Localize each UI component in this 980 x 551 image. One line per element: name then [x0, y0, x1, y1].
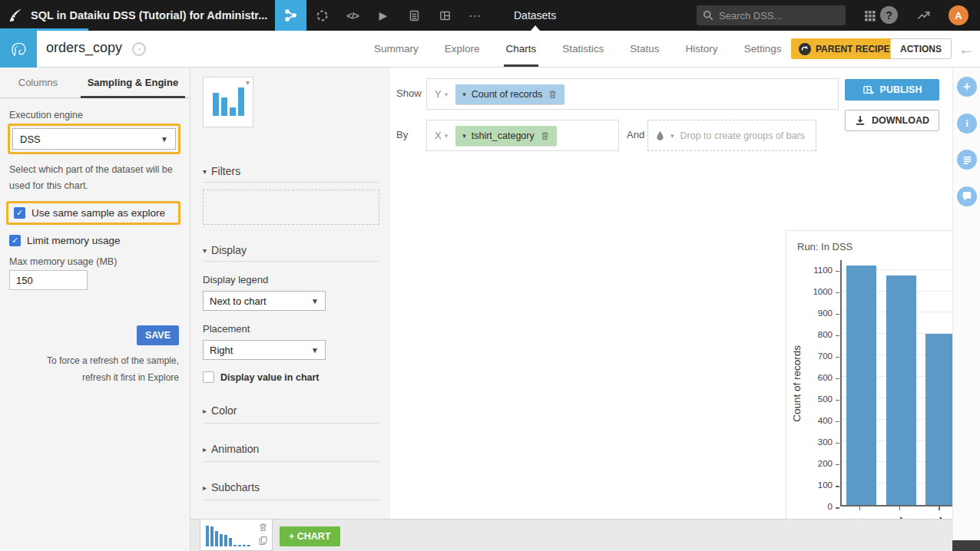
- info-icon[interactable]: i: [957, 114, 977, 134]
- placement-select[interactable]: Right ▼: [203, 340, 326, 360]
- dashboard-icon[interactable]: [429, 0, 460, 31]
- code-icon[interactable]: </>: [337, 0, 368, 31]
- nav-section-datasets[interactable]: Datasets: [508, 0, 562, 31]
- filters-section-header[interactable]: ▾ Filters: [203, 165, 379, 182]
- checkbox-unchecked-icon: [203, 371, 214, 383]
- activity-trend-icon[interactable]: [908, 0, 939, 31]
- max-memory-input[interactable]: [9, 270, 88, 290]
- recipe-arrow-icon: [799, 43, 811, 55]
- parent-recipe-button[interactable]: PARENT RECIPE: [791, 38, 897, 59]
- panel-tabs: Columns Sampling & Engine: [0, 68, 190, 98]
- active-section-caret-icon: [531, 25, 540, 31]
- caret-down-icon: ▾: [203, 246, 207, 255]
- collapse-right-panel-icon[interactable]: ←: [958, 40, 975, 58]
- download-icon: [855, 115, 866, 126]
- user-avatar[interactable]: A: [949, 5, 968, 25]
- tab-columns[interactable]: Columns: [0, 68, 76, 97]
- download-button[interactable]: DOWNLOAD: [845, 110, 939, 131]
- bar-black-t-shirt-m: [925, 334, 955, 505]
- trash-icon[interactable]: [540, 130, 550, 141]
- caret-down-icon: ▼: [161, 135, 168, 144]
- caret-right-icon: ▸: [203, 445, 207, 454]
- dataset-name: orders_copy: [46, 40, 122, 56]
- x-dimension[interactable]: X▾: [435, 130, 448, 141]
- duplicate-icon[interactable]: [258, 536, 268, 546]
- caret-down-icon: ▾: [246, 78, 250, 87]
- animation-section-header[interactable]: ▸Animation: [203, 435, 379, 461]
- trash-icon[interactable]: [548, 89, 558, 100]
- caret-down-icon: ▾: [445, 132, 449, 140]
- y-tick-label: 800: [818, 330, 833, 339]
- right-action-rail: + i: [952, 68, 980, 551]
- display-section-header[interactable]: ▾ Display: [203, 244, 379, 261]
- chart-type-picker[interactable]: ▾: [203, 77, 253, 127]
- tab-status[interactable]: Status: [617, 31, 672, 67]
- postgresql-dataset-icon: [0, 31, 37, 68]
- display-legend-label: Display legend: [203, 274, 379, 285]
- display-value-checkbox[interactable]: Display value in chart: [203, 371, 379, 383]
- lab-icon[interactable]: [306, 0, 337, 31]
- tab-explore[interactable]: Explore: [432, 31, 493, 67]
- tab-statistics[interactable]: Statistics: [549, 31, 617, 67]
- run-info: Run: In DSS: [797, 241, 853, 252]
- discussions-icon[interactable]: [957, 186, 977, 206]
- sharing-status-icon[interactable]: ◔: [132, 42, 146, 56]
- dataiku-logo-icon[interactable]: [0, 0, 31, 31]
- trash-icon[interactable]: [258, 522, 268, 533]
- dataiku-dss-app: { "topbar": { "project_title": "SQL in D…: [0, 0, 980, 551]
- placement-label: Placement: [203, 323, 379, 335]
- publish-button[interactable]: PUBLISH: [845, 79, 939, 101]
- play-icon[interactable]: ▶: [368, 0, 399, 31]
- caret-down-icon: ▼: [311, 346, 319, 355]
- tab-history[interactable]: History: [673, 31, 731, 67]
- caret-right-icon: ▸: [203, 407, 207, 415]
- y-pill-count-of-records[interactable]: ▾ Count of records: [455, 84, 564, 104]
- group-drop-zone[interactable]: ▾ Drop to create groups of bars: [647, 120, 816, 151]
- checkbox-checked-icon: ✓: [9, 235, 21, 246]
- more-menu-icon[interactable]: ⋯: [460, 0, 491, 31]
- add-chart-button[interactable]: + CHART: [280, 526, 340, 546]
- y-tick-label: 600: [818, 373, 833, 382]
- tab-settings[interactable]: Settings: [731, 31, 795, 67]
- execution-engine-highlight: DSS ▼: [8, 124, 180, 154]
- limit-memory-checkbox[interactable]: ✓ Limit memory usage: [9, 235, 180, 246]
- help-icon[interactable]: ?: [880, 6, 898, 24]
- tab-summary[interactable]: Summary: [361, 31, 432, 67]
- show-label: Show: [396, 87, 422, 99]
- details-list-icon[interactable]: [957, 150, 977, 170]
- actions-button[interactable]: ACTIONS: [890, 38, 952, 59]
- flow-icon[interactable]: [275, 0, 306, 31]
- project-title[interactable]: SQL in Dataiku DSS (Tutorial) for Admini…: [31, 9, 275, 21]
- dataset-header: orders_copy ◔ SummaryExploreChartsStatis…: [0, 31, 980, 68]
- add-to-dashboard-icon[interactable]: +: [957, 77, 977, 97]
- display-legend-select[interactable]: Next to chart ▼: [203, 291, 326, 311]
- bar-white-t-shirt-m: [886, 276, 916, 505]
- x-pill-tshirt-category[interactable]: ▾ tshirt_category: [455, 126, 557, 146]
- execution-engine-select[interactable]: DSS ▼: [12, 128, 176, 150]
- y-dimension[interactable]: Y▾: [435, 88, 448, 100]
- chart-thumbnail-tab[interactable]: [200, 520, 273, 551]
- dataset-tabs: SummaryExploreChartsStatisticsStatusHist…: [361, 31, 794, 67]
- y-tick-label: 1100: [813, 266, 833, 275]
- mini-bar-chart-icon: [206, 523, 250, 546]
- jobs-icon[interactable]: [399, 0, 429, 31]
- top-navbar: SQL in Dataiku DSS (Tutorial) for Admini…: [0, 0, 980, 31]
- filters-drop-zone[interactable]: [203, 190, 379, 225]
- droplet-icon: [656, 130, 664, 140]
- tab-sampling-engine[interactable]: Sampling & Engine: [76, 68, 190, 97]
- charts-tab-strip: + CHART: [190, 519, 952, 551]
- y-tick-label: 900: [818, 308, 833, 318]
- and-label: And: [627, 129, 644, 140]
- subcharts-section-header[interactable]: ▸Subcharts: [203, 473, 379, 500]
- color-section-header[interactable]: ▸Color: [203, 397, 379, 423]
- corner-spacer: [952, 540, 980, 551]
- y-tick-label: 500: [818, 394, 833, 404]
- search-input[interactable]: Search DSS...: [697, 5, 846, 25]
- y-measure-box: Y▾ ▾ Count of records: [426, 78, 839, 110]
- y-tick-label: 0: [828, 502, 833, 511]
- tab-charts[interactable]: Charts: [493, 31, 550, 67]
- same-sample-checkbox[interactable]: ✓ Use same sample as explore: [14, 207, 173, 219]
- save-button[interactable]: SAVE: [137, 325, 179, 345]
- dashboard-add-icon: [862, 84, 874, 96]
- caret-down-icon: ▼: [311, 297, 319, 305]
